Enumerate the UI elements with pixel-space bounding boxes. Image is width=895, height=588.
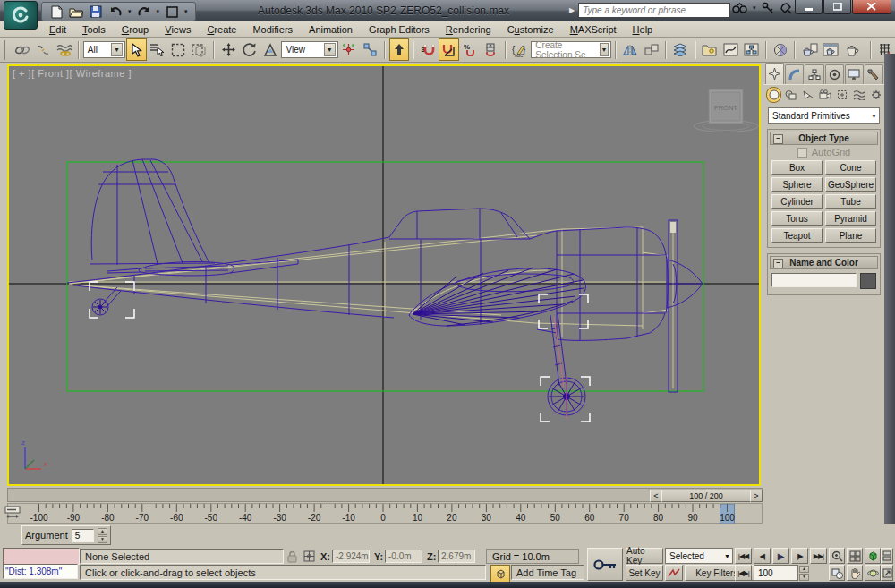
tab-utilities-icon[interactable] bbox=[865, 64, 883, 84]
create-teapot-button[interactable]: Teapot bbox=[771, 228, 823, 243]
create-cone-button[interactable]: Cone bbox=[825, 160, 876, 175]
create-sphere-button[interactable]: Sphere bbox=[771, 177, 823, 192]
default-tangent-icon[interactable] bbox=[665, 565, 683, 581]
schematic-view-icon[interactable] bbox=[742, 38, 763, 61]
object-color-swatch[interactable] bbox=[860, 273, 876, 289]
time-slider-button[interactable]: 100 / 200 bbox=[661, 490, 751, 502]
create-cylinder-button[interactable]: Cylinder bbox=[771, 194, 823, 209]
menu-animation[interactable]: Animation bbox=[301, 22, 361, 37]
render-production-icon[interactable] bbox=[841, 38, 862, 61]
undo-dropdown-icon[interactable]: ▾ bbox=[128, 8, 132, 15]
menu-rendering[interactable]: Rendering bbox=[438, 22, 499, 37]
create-tube-button[interactable]: Tube bbox=[825, 194, 876, 209]
select-by-name-icon[interactable] bbox=[148, 38, 168, 61]
category-cameras-icon[interactable] bbox=[817, 87, 832, 103]
named-selection-dropdown[interactable]: Create Selection Se▼ bbox=[531, 41, 611, 58]
create-torus-button[interactable]: Torus bbox=[771, 211, 823, 226]
track-bar[interactable]: -100-90-80-70-60-50-40-30-20-10010203040… bbox=[7, 503, 763, 524]
menu-group[interactable]: Group bbox=[114, 22, 158, 37]
primitives-category-dropdown[interactable]: Standard Primitives▼ bbox=[768, 107, 880, 124]
category-helpers-icon[interactable] bbox=[835, 87, 850, 103]
play-button[interactable]: ▶ bbox=[772, 548, 789, 564]
create-plane-button[interactable]: Plane bbox=[825, 228, 876, 243]
search-input[interactable]: Type a keyword or phrase bbox=[578, 3, 730, 18]
select-and-link-icon[interactable] bbox=[12, 38, 32, 61]
new-file-icon[interactable] bbox=[49, 4, 64, 19]
key-mode-dropdown[interactable]: Selected▼ bbox=[665, 548, 733, 564]
toolbar-grip[interactable] bbox=[4, 40, 9, 60]
save-file-icon[interactable] bbox=[89, 4, 103, 19]
search-expand-icon[interactable]: ▶ bbox=[569, 6, 575, 14]
tab-display-icon[interactable] bbox=[845, 64, 864, 84]
category-geometry-icon[interactable] bbox=[766, 87, 781, 103]
use-pivot-center-icon[interactable] bbox=[339, 38, 360, 61]
maxscript-listener-field[interactable]: "Dist: 1.308m" bbox=[3, 564, 78, 579]
mini-curve-editor-button[interactable] bbox=[4, 505, 23, 522]
next-frame-button[interactable]: > bbox=[750, 490, 763, 502]
rendered-frame-window-icon[interactable] bbox=[821, 38, 841, 61]
unlink-selection-icon[interactable] bbox=[33, 38, 54, 61]
previous-frame-button[interactable]: < bbox=[650, 490, 662, 502]
orbit-icon[interactable] bbox=[865, 565, 881, 581]
window-crossing-icon[interactable] bbox=[190, 38, 210, 61]
minimize-button[interactable] bbox=[795, 0, 823, 14]
category-shapes-icon[interactable] bbox=[783, 87, 798, 103]
angle-snap-icon[interactable] bbox=[439, 38, 459, 61]
curve-editor-icon[interactable] bbox=[720, 38, 741, 61]
app-logo-icon[interactable] bbox=[4, 1, 38, 30]
x-coordinate-field[interactable]: -2.924m bbox=[332, 550, 370, 563]
category-space-warps-icon[interactable] bbox=[852, 87, 867, 103]
menu-modifiers[interactable]: Modifiers bbox=[244, 22, 301, 37]
scene-explorer-icon[interactable] bbox=[700, 38, 720, 61]
zoom-extents-icon[interactable] bbox=[865, 548, 881, 564]
menu-maxscript[interactable]: MAXScript bbox=[562, 22, 625, 37]
menu-customize[interactable]: Customize bbox=[499, 22, 562, 37]
bind-to-space-warp-icon[interactable] bbox=[54, 38, 74, 61]
communication-center-icon[interactable] bbox=[780, 2, 792, 14]
zoom-extents-all-icon[interactable] bbox=[881, 548, 893, 564]
redo-icon[interactable] bbox=[137, 4, 151, 19]
previous-frame-playback-button[interactable]: ◀| bbox=[754, 548, 771, 564]
reference-coordinate-dropdown[interactable]: View▼ bbox=[281, 41, 337, 58]
viewport-label[interactable]: [ + ][ Front ][ Wireframe ] bbox=[13, 68, 132, 79]
time-configuration-icon[interactable] bbox=[829, 565, 845, 581]
current-frame-field[interactable]: 100 bbox=[754, 565, 798, 581]
open-file-icon[interactable] bbox=[69, 4, 83, 19]
keyboard-shortcut-override-icon[interactable] bbox=[389, 38, 410, 61]
object-type-rollout-header[interactable]: − Object Type bbox=[770, 132, 878, 145]
rectangular-selection-region-icon[interactable] bbox=[168, 38, 189, 61]
zoom-all-icon[interactable] bbox=[847, 548, 863, 564]
select-object-icon[interactable] bbox=[126, 38, 147, 61]
auto-key-button[interactable]: Auto Key bbox=[626, 548, 663, 564]
frame-spinner[interactable]: ▲▼ bbox=[799, 566, 809, 581]
transform-type-in-icon[interactable] bbox=[303, 550, 316, 563]
maximize-button[interactable] bbox=[823, 0, 851, 14]
create-pyramid-button[interactable]: Pyramid bbox=[825, 211, 876, 226]
spinner-snap-icon[interactable] bbox=[481, 38, 501, 61]
close-button[interactable] bbox=[852, 0, 891, 14]
layer-manager-icon[interactable] bbox=[670, 38, 691, 61]
redo-dropdown-icon[interactable]: ▾ bbox=[157, 8, 160, 15]
key-step-toggle-button[interactable]: |◀▶| bbox=[735, 565, 752, 581]
material-editor-icon[interactable] bbox=[771, 38, 791, 61]
go-to-end-button[interactable]: ▶▶| bbox=[810, 548, 827, 564]
workspace-icon[interactable] bbox=[165, 4, 179, 19]
binoculars-dropdown-icon[interactable]: ▾ bbox=[753, 4, 756, 12]
menu-views[interactable]: Views bbox=[157, 22, 199, 37]
key-icon[interactable] bbox=[762, 2, 774, 14]
category-systems-icon[interactable] bbox=[869, 87, 884, 103]
tab-modify-icon[interactable] bbox=[785, 64, 804, 84]
select-and-rotate-icon[interactable] bbox=[239, 38, 260, 61]
zoom-icon[interactable] bbox=[829, 548, 845, 564]
workspace-dropdown-icon[interactable]: ▾ bbox=[184, 8, 188, 15]
viewcube[interactable]: FRONT bbox=[694, 89, 758, 132]
adaptive-degradation-icon[interactable] bbox=[490, 565, 510, 583]
time-slider-track[interactable]: < 100 / 200 > bbox=[7, 488, 763, 502]
z-coordinate-field[interactable]: 2.679m bbox=[438, 550, 475, 563]
tab-hierarchy-icon[interactable] bbox=[805, 64, 823, 84]
search-binoculars-icon[interactable] bbox=[732, 3, 747, 13]
pan-hand-icon[interactable] bbox=[847, 565, 863, 581]
select-and-scale-icon[interactable] bbox=[260, 38, 281, 61]
lock-selection-icon[interactable] bbox=[286, 550, 298, 563]
create-box-button[interactable]: Box bbox=[771, 160, 823, 175]
